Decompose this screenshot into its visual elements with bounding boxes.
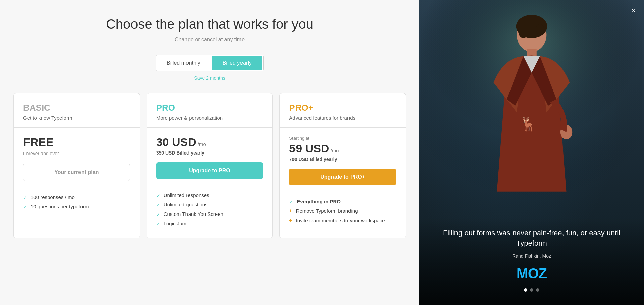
feature-text: Logic Jump — [164, 221, 190, 226]
plan-features-basic: ✓ 100 responses / mo ✓ 10 questions per … — [14, 188, 140, 221]
feature-item: ✓ Unlimited questions — [156, 202, 263, 208]
silhouette-area: 🦌 — [419, 0, 644, 198]
check-icon: ✓ — [156, 202, 160, 208]
feature-text: Custom Thank You Screen — [164, 211, 223, 217]
feature-text: Invite team members to your workspace — [296, 218, 385, 223]
save-badge: Save 2 months — [194, 75, 225, 81]
plan-header-pro: PRO More power & personalization — [147, 93, 273, 127]
check-icon: ✓ — [23, 204, 27, 210]
plan-header-proplus: PRO+ Advanced features for brands — [280, 93, 406, 127]
feature-text: Unlimited responses — [164, 192, 209, 198]
plan-desc-proplus: Advanced features for brands — [289, 115, 396, 121]
plan-card-pro: PRO More power & personalization 30 USD … — [147, 93, 273, 238]
svg-point-5 — [536, 24, 544, 34]
svg-text:🦌: 🦌 — [520, 116, 537, 132]
page-title: Choose the plan that works for you — [106, 17, 313, 32]
plan-price-row-proplus: 59 USD /mo — [289, 142, 396, 155]
carousel-dot-2[interactable] — [530, 288, 533, 292]
plan-price-unit-proplus: /mo — [330, 148, 339, 154]
feature-item: ✓ 10 questions per typeform — [23, 204, 130, 210]
billing-yearly-button[interactable]: Billed yearly — [212, 56, 262, 70]
plus-icon: + — [289, 208, 292, 214]
moz-logo: MOZ — [433, 265, 631, 282]
page-subtitle: Change or cancel at any time — [175, 37, 245, 43]
plan-cta-basic[interactable]: Your current plan — [23, 164, 130, 181]
plan-name-basic: BASIC — [23, 103, 130, 113]
right-panel: 🦌 × Filling out forms was never pain-fre… — [419, 0, 644, 305]
plan-price-unit-pro: /mo — [198, 141, 206, 147]
feature-text: 10 questions per typeform — [31, 204, 89, 209]
check-icon: ✓ — [156, 221, 160, 227]
feature-item: + Invite team members to your workspace — [289, 218, 396, 224]
svg-point-4 — [519, 25, 529, 38]
feature-text: Remove Typeform branding — [296, 208, 358, 214]
check-icon: ✓ — [156, 193, 160, 198]
plan-name-pro: PRO — [156, 103, 263, 113]
feature-item: ✓ Everything in PRO — [289, 199, 396, 205]
carousel-dots — [433, 288, 631, 292]
plan-price-row-pro: 30 USD /mo — [156, 136, 263, 149]
plan-desc-pro: More power & personalization — [156, 115, 263, 121]
plan-header-basic: BASIC Get to know Typeform — [14, 93, 140, 127]
feature-item: ✓ Unlimited responses — [156, 192, 263, 198]
carousel-dot-3[interactable] — [536, 288, 539, 292]
plan-price-amount-proplus: 59 USD — [289, 142, 329, 155]
plan-starting-at: Starting at — [289, 136, 396, 141]
carousel-dot-1[interactable] — [524, 288, 527, 292]
feature-item: ✓ 100 responses / mo — [23, 194, 130, 200]
plan-price-yearly-proplus: 700 USD Billed yearly — [289, 157, 396, 162]
plan-pricing-proplus: Starting at 59 USD /mo 700 USD Billed ye… — [280, 128, 406, 192]
plan-card-basic: BASIC Get to know Typeform FREE Forever … — [13, 93, 140, 238]
plan-name-proplus: PRO+ — [289, 103, 396, 113]
check-icon: ✓ — [23, 195, 27, 200]
plan-pricing-pro: 30 USD /mo 350 USD Billed yearly Upgrade… — [147, 128, 273, 186]
left-panel: Choose the plan that works for you Chang… — [0, 0, 419, 305]
feature-item: + Remove Typeform branding — [289, 208, 396, 214]
testimonial-author: Rand Fishkin, Moz — [433, 253, 631, 259]
feature-item: ✓ Logic Jump — [156, 221, 263, 227]
plan-cta-pro[interactable]: Upgrade to PRO — [156, 162, 263, 179]
moz-logo-text: MOZ — [517, 265, 547, 282]
plan-pricing-basic: FREE Forever and ever Your current plan — [14, 128, 140, 188]
plan-desc-basic: Get to know Typeform — [23, 115, 130, 121]
billing-monthly-button[interactable]: Billed monthly — [156, 56, 211, 70]
check-icon: ✓ — [289, 199, 293, 205]
plan-features-pro: ✓ Unlimited responses ✓ Unlimited questi… — [147, 186, 273, 238]
plans-container: BASIC Get to know Typeform FREE Forever … — [13, 93, 406, 238]
feature-text: 100 responses / mo — [31, 194, 75, 200]
plus-icon: + — [289, 218, 292, 224]
plan-free-sub: Forever and ever — [23, 151, 130, 156]
plan-free-label: FREE — [23, 136, 130, 149]
close-button[interactable]: × — [631, 7, 636, 15]
plan-price-yearly-pro: 350 USD Billed yearly — [156, 150, 263, 156]
plan-features-proplus: ✓ Everything in PRO + Remove Typeform br… — [280, 192, 406, 235]
testimonial-text: Filling out forms was never pain-free, f… — [433, 228, 631, 249]
feature-item: ✓ Custom Thank You Screen — [156, 211, 263, 217]
check-icon: ✓ — [156, 212, 160, 217]
feature-text: Unlimited questions — [164, 202, 208, 207]
feature-text: Everything in PRO — [297, 199, 341, 204]
billing-toggle: Billed monthly Billed yearly — [156, 55, 264, 71]
plan-card-proplus: PRO+ Advanced features for brands Starti… — [279, 93, 406, 238]
plan-price-amount-pro: 30 USD — [156, 136, 196, 149]
testimonial-overlay: Filling out forms was never pain-free, f… — [419, 218, 644, 305]
plan-cta-proplus[interactable]: Upgrade to PRO+ — [289, 169, 396, 185]
